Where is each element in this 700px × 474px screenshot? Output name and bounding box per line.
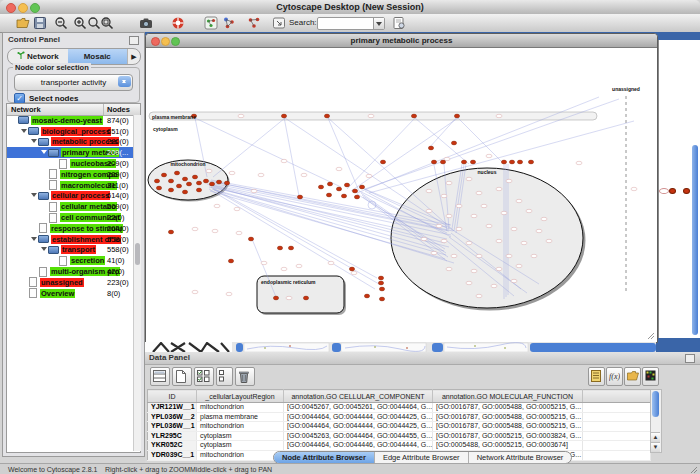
tree-row[interactable]: macromolecule311(0): [7, 180, 133, 191]
unassigned-node[interactable]: [669, 188, 676, 194]
zoom-in-icon[interactable]: [73, 16, 87, 30]
select-attributes-button[interactable]: [150, 367, 170, 386]
table-cell[interactable]: mitochondrion: [197, 403, 284, 413]
table-cell[interactable]: [583, 431, 651, 441]
network-close-button[interactable]: [151, 37, 160, 46]
open-session-icon[interactable]: [16, 16, 30, 30]
delete-attribute-button[interactable]: [235, 367, 255, 386]
tree-row[interactable]: transport558(0): [7, 245, 133, 256]
tree-row[interactable]: secretion41(0): [7, 255, 133, 266]
expand-arrow-icon[interactable]: [41, 247, 47, 254]
table-row[interactable]: YPL036W__2plasma membrane[GO:0044464, GO…: [148, 412, 651, 422]
background-network-window[interactable]: [658, 40, 700, 338]
network-window-titlebar[interactable]: primary metabolic process: [146, 34, 657, 48]
expand-arrow-icon[interactable]: [31, 237, 37, 244]
float-panel-icon[interactable]: [129, 36, 139, 45]
table-cell[interactable]: [GO:0005488, GO:0005215, GO:0003674]: [433, 441, 583, 451]
table-row[interactable]: YPL036W__1mitochondrion[GO:0044464, GO:0…: [148, 422, 651, 432]
tree-row[interactable]: Overview8(0): [7, 288, 133, 299]
table-cell[interactable]: mitochondrion: [197, 450, 284, 460]
table-cell[interactable]: [GO:0044464, GO:0044446, GO:0044444, G..…: [284, 441, 433, 451]
help-lifering-icon[interactable]: [171, 16, 185, 30]
table-cell[interactable]: [583, 403, 651, 413]
tree-row[interactable]: cellular metabo209(0): [7, 201, 133, 212]
window-titlebar[interactable]: Cytoscape Desktop (New Session): [0, 0, 700, 15]
background-vertical-scrollbar-thumb[interactable]: [692, 145, 698, 335]
close-button[interactable]: [6, 3, 16, 13]
save-session-icon[interactable]: [33, 16, 47, 30]
attribute-table[interactable]: ID _cellularLayoutRegion annotation.GO C…: [147, 389, 651, 461]
table-cell[interactable]: [583, 441, 651, 451]
tab-overflow-arrow[interactable]: ▶: [127, 49, 140, 64]
annotation-icon[interactable]: [272, 16, 286, 30]
unselect-attributes-button[interactable]: [216, 367, 233, 386]
table-cell[interactable]: YPL036W__2: [148, 412, 197, 422]
table-cell[interactable]: [GO:0045263, GO:0044464, GO:0044455, G..…: [284, 431, 433, 441]
tree-row[interactable]: unassigned223(0): [7, 277, 133, 288]
table-scrollbar-thumb[interactable]: [652, 391, 659, 417]
zoom-out-icon[interactable]: [54, 16, 68, 30]
table-row[interactable]: YKR052Ccytoplasm[GO:0044464, GO:0044446,…: [148, 441, 651, 451]
tree-row[interactable]: nitrogen compo209(0): [7, 169, 133, 180]
tree-row[interactable]: biological_process651(0): [7, 126, 133, 137]
network-canvas[interactable]: plasma membranecytoplasmmitochondrionnuc…: [147, 47, 656, 341]
scroll-up-arrow[interactable]: ▲: [651, 432, 660, 442]
table-cell[interactable]: [GO:0045267, GO:0045261, GO:0044464, G..…: [284, 403, 433, 413]
tab-network-attribute-browser[interactable]: Network Attribute Browser: [469, 452, 572, 463]
tree-scrollbar[interactable]: [133, 115, 141, 451]
background-scrollbar-thumb[interactable]: [530, 343, 656, 352]
table-cell[interactable]: [GO:0016787, GO:0005488, GO:0005215, G..…: [433, 422, 583, 432]
table-cell[interactable]: YDR039C__1: [148, 450, 197, 460]
tree-row[interactable]: metabolic process280(0): [7, 137, 133, 148]
tree-scrollbar-thumb[interactable]: [135, 243, 140, 265]
background-scrollbar-thumb[interactable]: [432, 343, 443, 352]
tree-row[interactable]: cellular process614(0): [7, 191, 133, 202]
tree-row[interactable]: cell communicat22(0): [7, 212, 133, 223]
select-attribute-checkboxes-button[interactable]: [194, 367, 214, 386]
tree-row[interactable]: multi-organism pro42(0): [7, 266, 133, 277]
expand-arrow-icon[interactable]: [21, 129, 27, 136]
table-cell[interactable]: [583, 450, 651, 460]
tree-row[interactable]: nucleobase-209(0): [7, 158, 133, 169]
zoom-selected-icon[interactable]: [87, 16, 101, 30]
table-row[interactable]: YJR121W__1mitochondrion[GO:0045267, GO:0…: [148, 403, 651, 413]
zoom-fit-icon[interactable]: [100, 16, 114, 30]
search-input[interactable]: [317, 17, 385, 30]
search-dropdown-arrow[interactable]: [373, 18, 384, 29]
scroll-down-arrow[interactable]: ▼: [651, 442, 660, 452]
table-cell[interactable]: [GO:0016787, GO:0005488, GO:0005215, G..…: [433, 403, 583, 413]
background-scrollbar-thumb[interactable]: [332, 343, 341, 352]
table-cell[interactable]: [583, 412, 651, 422]
table-cell[interactable]: YJR121W__1: [148, 403, 197, 413]
select-nodes-checkbox[interactable]: ✓ Select nodes: [14, 93, 78, 103]
network-overview-icon[interactable]: [204, 16, 218, 30]
background-scrollbar-thumb[interactable]: [236, 343, 243, 352]
table-cell[interactable]: [GO:0016787, GO:0005215, GO:0003824, G..…: [433, 431, 583, 441]
table-cell[interactable]: YLR295C: [148, 431, 197, 441]
expand-arrow-icon[interactable]: [31, 139, 37, 146]
window-resize-grip[interactable]: [690, 466, 698, 474]
float-panel-icon[interactable]: [685, 354, 695, 363]
tree-row[interactable]: primary metabo209(...: [7, 147, 133, 158]
heatmap-view-button[interactable]: [642, 367, 659, 386]
tab-network[interactable]: Network: [8, 49, 68, 64]
network-view-window[interactable]: primary metabolic process plasma membran…: [145, 33, 658, 343]
unassigned-node[interactable]: [683, 188, 690, 194]
network-resize-grip[interactable]: [647, 332, 655, 340]
formula-builder-button[interactable]: f(x): [606, 367, 623, 386]
table-cell[interactable]: cytoplasm: [197, 431, 284, 441]
filter-icon[interactable]: [247, 16, 261, 30]
table-cell[interactable]: [583, 422, 651, 432]
table-cell[interactable]: mitochondrion: [197, 422, 284, 432]
tab-mosaic[interactable]: Mosaic: [68, 49, 128, 64]
tree-row[interactable]: establishment of lo558(0): [7, 234, 133, 245]
tree-row[interactable]: response to stimulu264(0): [7, 223, 133, 234]
expand-arrow-icon[interactable]: [31, 193, 37, 200]
network-minimize-button[interactable]: [161, 37, 170, 46]
network-zoom-button[interactable]: [171, 37, 180, 46]
vizmapper-icon[interactable]: [222, 16, 236, 30]
minimize-button[interactable]: [18, 3, 28, 13]
open-attribute-file-button[interactable]: [624, 367, 641, 386]
tab-edge-attribute-browser[interactable]: Edge Attribute Browser: [375, 452, 469, 463]
expand-arrow-icon[interactable]: [41, 150, 47, 157]
